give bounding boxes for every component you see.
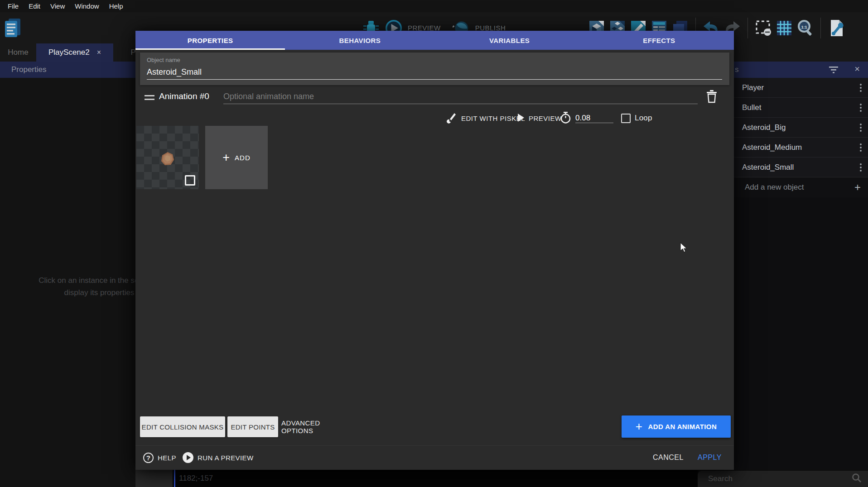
run-a-preview-button[interactable]: RUN A PREVIEW xyxy=(183,451,254,464)
object-menu-icon[interactable] xyxy=(860,143,862,152)
dialog-tab-variables[interactable]: VARIABLES xyxy=(435,31,584,50)
menu-help[interactable]: Help xyxy=(104,1,128,11)
objects-search-input[interactable] xyxy=(708,474,852,483)
preview-animation-button[interactable]: PREVIEW xyxy=(517,110,562,126)
menu-view[interactable]: View xyxy=(45,1,70,11)
edit-points-button[interactable]: EDIT POINTS xyxy=(227,416,278,437)
help-label: HELP xyxy=(158,454,176,462)
edit-collision-masks-button[interactable]: EDIT COLLISION MASKS xyxy=(140,416,225,437)
loop-checkbox-icon[interactable] xyxy=(621,114,631,123)
zoom-1-1-icon[interactable]: 1:1 xyxy=(796,19,814,37)
object-label: Player xyxy=(742,83,860,92)
properties-panel-header: Properties xyxy=(0,62,135,78)
run-a-preview-label: RUN A PREVIEW xyxy=(198,454,254,462)
menu-window[interactable]: Window xyxy=(70,1,104,11)
plus-icon: + xyxy=(222,151,230,165)
dialog-tabbar: PROPERTIES BEHAVIORS VARIABLES EFFECTS xyxy=(135,31,734,50)
properties-empty-message: Click on an instance in the scene to dis… xyxy=(13,274,135,299)
add-an-animation-label: ADD AN ANIMATION xyxy=(648,423,717,430)
objects-panel-close-icon[interactable]: × xyxy=(854,64,860,74)
scene-statusbar: 1182;-157 xyxy=(135,470,698,487)
tab-home-label: Home xyxy=(8,48,28,57)
animation-title: Animation #0 xyxy=(159,91,209,101)
time-between-frames-input[interactable] xyxy=(575,114,613,123)
add-object-plus-icon[interactable]: + xyxy=(854,181,861,194)
animation-header-row: Animation #0 xyxy=(135,89,734,108)
dialog-tab-behaviors[interactable]: BEHAVIORS xyxy=(285,31,434,50)
cancel-label: CANCEL xyxy=(653,454,684,462)
search-icon xyxy=(852,473,862,485)
advanced-options-button[interactable]: ADVANCED OPTIONS xyxy=(281,416,353,437)
object-row-asteroid-small[interactable]: Asteroid_Small xyxy=(734,158,868,177)
add-frame-label: ADD xyxy=(235,154,251,162)
apply-label: APPLY xyxy=(698,454,722,462)
object-row-bullet[interactable]: Bullet xyxy=(734,98,868,118)
animation-controls-row: EDIT WITH PISKEL PREVIEW Loop xyxy=(135,109,734,128)
help-button[interactable]: ? HELP xyxy=(143,451,176,464)
object-label: Asteroid_Big xyxy=(742,123,860,132)
object-name-input[interactable] xyxy=(147,65,722,80)
animation-name-input[interactable] xyxy=(223,90,698,104)
edit-with-piskel-button[interactable]: EDIT WITH PISKEL xyxy=(445,110,525,126)
object-menu-icon[interactable] xyxy=(860,84,862,92)
time-between-frames-field xyxy=(560,110,613,126)
frame-select-checkbox[interactable] xyxy=(185,175,195,186)
stopwatch-icon xyxy=(560,111,571,125)
mask-icon[interactable] xyxy=(755,19,772,37)
dialog-footer: ? HELP RUN A PREVIEW CANCEL APPLY xyxy=(135,445,734,470)
dialog-tab-properties[interactable]: PROPERTIES xyxy=(135,31,285,50)
settings-wrench-icon[interactable] xyxy=(828,19,845,37)
tab-playscene2-label: PlayScene2 xyxy=(48,48,90,57)
add-frame-button[interactable]: + ADD xyxy=(205,126,268,189)
help-icon: ? xyxy=(143,453,154,463)
apply-button[interactable]: APPLY xyxy=(698,451,722,464)
cursor-coordinates: 1182;-157 xyxy=(179,474,213,483)
objects-panel-header: s × xyxy=(734,62,868,78)
tab-close-icon[interactable]: × xyxy=(97,48,101,57)
menu-edit[interactable]: Edit xyxy=(24,1,45,11)
menu-file[interactable]: File xyxy=(3,1,24,11)
edit-collision-masks-label: EDIT COLLISION MASKS xyxy=(142,423,224,431)
properties-panel-title: Properties xyxy=(11,65,46,74)
properties-empty-message-line2: display its properties xyxy=(13,286,135,299)
add-an-animation-button[interactable]: + ADD AN ANIMATION xyxy=(622,415,731,438)
tab-home[interactable]: Home xyxy=(0,43,36,62)
filter-icon[interactable] xyxy=(829,66,838,76)
objects-search-bar[interactable] xyxy=(698,471,868,487)
tab-playscene2[interactable]: PlayScene2 × xyxy=(36,43,113,62)
play-triangle-icon xyxy=(517,113,525,124)
svg-text:1:1: 1:1 xyxy=(801,24,807,29)
object-row-player[interactable]: Player xyxy=(734,78,868,98)
object-name-card: Object name xyxy=(140,53,729,85)
dialog-tab-effects[interactable]: EFFECTS xyxy=(584,31,734,50)
menubar: File Edit View Window Help xyxy=(0,0,868,12)
asteroid-sprite xyxy=(158,150,177,169)
statusbar-accent-line xyxy=(174,470,175,487)
object-row-asteroid-medium[interactable]: Asteroid_Medium xyxy=(734,138,868,158)
object-label: Bullet xyxy=(742,103,860,112)
object-menu-icon[interactable] xyxy=(860,104,862,112)
object-menu-icon[interactable] xyxy=(860,163,862,172)
animation-frame-thumbnail[interactable] xyxy=(136,126,199,189)
statusbar-shadow-block xyxy=(135,470,173,487)
object-label: Asteroid_Small xyxy=(742,163,860,172)
project-manager-icon[interactable] xyxy=(4,17,22,40)
advanced-options-label: ADVANCED OPTIONS xyxy=(281,419,353,434)
edit-points-label: EDIT POINTS xyxy=(231,423,275,431)
run-preview-play-icon xyxy=(183,452,193,463)
properties-empty-message-line1: Click on an instance in the scene to xyxy=(13,274,135,286)
edit-with-piskel-label: EDIT WITH PISKEL xyxy=(461,115,525,122)
object-label: Asteroid_Medium xyxy=(742,143,860,152)
drag-handle-icon[interactable] xyxy=(145,95,154,102)
object-row-asteroid-big[interactable]: Asteroid_Big xyxy=(734,118,868,138)
object-editor-dialog: PROPERTIES BEHAVIORS VARIABLES EFFECTS O… xyxy=(135,31,734,470)
properties-panel: Properties Click on an instance in the s… xyxy=(0,62,135,487)
object-menu-icon[interactable] xyxy=(860,124,862,132)
grid-icon[interactable] xyxy=(776,19,793,37)
cancel-button[interactable]: CANCEL xyxy=(653,451,684,464)
preview-animation-label: PREVIEW xyxy=(529,115,562,122)
add-new-object-row[interactable]: Add a new object + xyxy=(734,177,868,197)
loop-toggle[interactable]: Loop xyxy=(621,110,652,126)
object-name-label: Object name xyxy=(147,57,180,63)
delete-animation-icon[interactable] xyxy=(706,90,718,105)
